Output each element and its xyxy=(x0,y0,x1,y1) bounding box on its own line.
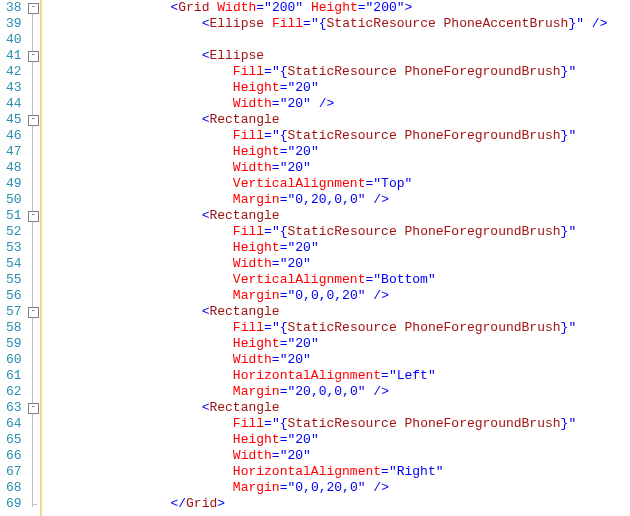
code-line[interactable]: VerticalAlignment="Bottom" xyxy=(46,272,630,288)
code-line[interactable]: <Ellipse Fill="{StaticResource PhoneAcce… xyxy=(46,16,630,32)
line-number: 61 xyxy=(6,368,22,384)
code-line[interactable]: Margin="20,0,0,0" /> xyxy=(46,384,630,400)
line-number: 46 xyxy=(6,128,22,144)
line-number: 51 xyxy=(6,208,22,224)
line-number: 42 xyxy=(6,64,22,80)
code-line[interactable]: Fill="{StaticResource PhoneForegroundBru… xyxy=(46,64,630,80)
code-line[interactable]: Width="20" xyxy=(46,256,630,272)
line-number-gutter: 3839404142434445464748495051525354555657… xyxy=(0,0,26,516)
line-number: 39 xyxy=(6,16,22,32)
code-line[interactable] xyxy=(46,32,630,48)
line-number: 54 xyxy=(6,256,22,272)
fold-toggle[interactable]: - xyxy=(28,211,39,222)
line-number: 62 xyxy=(6,384,22,400)
code-line[interactable]: </Grid> xyxy=(46,496,630,512)
code-line[interactable]: <Rectangle xyxy=(46,208,630,224)
code-line[interactable]: Height="20" xyxy=(46,336,630,352)
line-number: 48 xyxy=(6,160,22,176)
fold-toggle[interactable]: - xyxy=(28,403,39,414)
code-line[interactable]: Fill="{StaticResource PhoneForegroundBru… xyxy=(46,224,630,240)
code-line[interactable]: Margin="0,0,20,0" /> xyxy=(46,480,630,496)
code-line[interactable]: Height="20" xyxy=(46,432,630,448)
line-number: 49 xyxy=(6,176,22,192)
code-line[interactable]: <Grid Width="200" Height="200"> xyxy=(46,0,630,16)
line-number: 67 xyxy=(6,464,22,480)
code-line[interactable]: Fill="{StaticResource PhoneForegroundBru… xyxy=(46,320,630,336)
line-number: 43 xyxy=(6,80,22,96)
line-number: 69 xyxy=(6,496,22,512)
line-number: 50 xyxy=(6,192,22,208)
fold-toggle[interactable]: - xyxy=(28,307,39,318)
code-line[interactable]: <Rectangle xyxy=(46,400,630,416)
code-line[interactable]: Width="20" xyxy=(46,352,630,368)
fold-toggle[interactable]: - xyxy=(28,115,39,126)
code-line[interactable]: Height="20" xyxy=(46,144,630,160)
line-number: 55 xyxy=(6,272,22,288)
line-number: 57 xyxy=(6,304,22,320)
line-number: 52 xyxy=(6,224,22,240)
line-number: 66 xyxy=(6,448,22,464)
code-line[interactable]: Fill="{StaticResource PhoneForegroundBru… xyxy=(46,128,630,144)
line-number: 64 xyxy=(6,416,22,432)
line-number: 45 xyxy=(6,112,22,128)
code-line[interactable]: Width="20" xyxy=(46,160,630,176)
code-line[interactable]: <Rectangle xyxy=(46,112,630,128)
code-line[interactable]: HorizontalAlignment="Right" xyxy=(46,464,630,480)
line-number: 68 xyxy=(6,480,22,496)
fold-toggle[interactable]: - xyxy=(28,3,39,14)
line-number: 40 xyxy=(6,32,22,48)
fold-toggle[interactable]: - xyxy=(28,51,39,62)
code-line[interactable]: Height="20" xyxy=(46,80,630,96)
line-number: 56 xyxy=(6,288,22,304)
line-number: 38 xyxy=(6,0,22,16)
code-line[interactable]: HorizontalAlignment="Left" xyxy=(46,368,630,384)
line-number: 47 xyxy=(6,144,22,160)
code-area[interactable]: <Grid Width="200" Height="200"> <Ellipse… xyxy=(42,0,630,516)
line-number: 58 xyxy=(6,320,22,336)
line-number: 41 xyxy=(6,48,22,64)
code-line[interactable]: Height="20" xyxy=(46,240,630,256)
code-line[interactable]: Width="20" /> xyxy=(46,96,630,112)
line-number: 44 xyxy=(6,96,22,112)
code-editor[interactable]: 3839404142434445464748495051525354555657… xyxy=(0,0,630,516)
code-line[interactable]: Margin="0,0,0,20" /> xyxy=(46,288,630,304)
line-number: 63 xyxy=(6,400,22,416)
fold-column[interactable]: ------ xyxy=(26,0,40,516)
line-number: 53 xyxy=(6,240,22,256)
code-line[interactable]: Margin="0,20,0,0" /> xyxy=(46,192,630,208)
code-line[interactable]: <Rectangle xyxy=(46,304,630,320)
line-number: 59 xyxy=(6,336,22,352)
code-line[interactable]: Fill="{StaticResource PhoneForegroundBru… xyxy=(46,416,630,432)
code-line[interactable]: <Ellipse xyxy=(46,48,630,64)
line-number: 65 xyxy=(6,432,22,448)
code-line[interactable]: VerticalAlignment="Top" xyxy=(46,176,630,192)
code-line[interactable]: Width="20" xyxy=(46,448,630,464)
line-number: 60 xyxy=(6,352,22,368)
